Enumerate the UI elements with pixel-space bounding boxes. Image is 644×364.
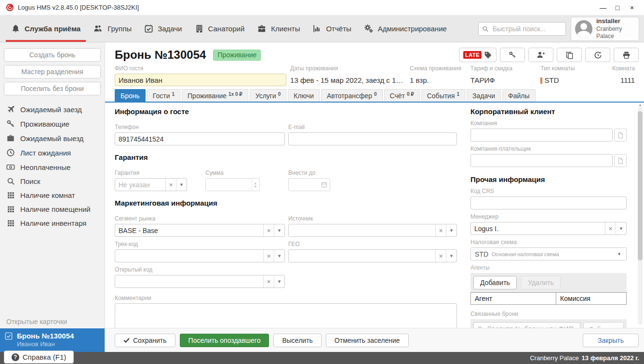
scrollbar-thumb[interactable] xyxy=(638,111,643,260)
sidebar-item-inventory-availability[interactable]: Наличие инвентаря xyxy=(0,216,105,230)
nav-item-tasks[interactable]: Задачи xyxy=(138,15,188,42)
nav-item-sanatorium[interactable]: Санаторий xyxy=(188,15,251,42)
tab-keys[interactable]: Ключи xyxy=(288,89,320,102)
nav-item-administration[interactable]: Администрирование xyxy=(358,15,453,42)
tab-events[interactable]: События1 xyxy=(421,89,465,102)
tariff-value[interactable]: ТАРИФ xyxy=(470,74,537,84)
tab-services[interactable]: Услуги0 xyxy=(250,89,287,102)
maximize-button[interactable]: □ xyxy=(610,2,625,13)
sidebar-item-room-availability[interactable]: Наличие комнат xyxy=(0,188,105,202)
tax-scheme-select[interactable]: STD Основная налоговая схема xyxy=(470,247,627,260)
late-tag-button[interactable]: LATE xyxy=(459,48,496,62)
clear-icon[interactable] xyxy=(165,179,176,191)
tab-booking[interactable]: Бронь xyxy=(115,89,146,102)
segment-combo[interactable] xyxy=(115,224,285,237)
chevron-down-icon[interactable] xyxy=(614,251,624,257)
chevron-down-icon[interactable] xyxy=(176,179,187,191)
chevron-down-icon[interactable] xyxy=(616,222,626,234)
payer-company-card-button[interactable] xyxy=(614,154,627,167)
open-code-label: Открытый код xyxy=(115,266,285,273)
source-combo[interactable] xyxy=(288,224,457,237)
agents-table-header: Агент Комиссия xyxy=(470,292,627,305)
nav-item-clients[interactable]: Клиенты xyxy=(251,15,306,42)
chevron-down-icon[interactable] xyxy=(446,250,456,262)
close-window-button[interactable]: × xyxy=(625,2,639,13)
company-input[interactable] xyxy=(470,129,613,142)
phone-input[interactable] xyxy=(115,132,285,145)
evict-button[interactable]: Выселить xyxy=(273,334,321,347)
split-wizard-button[interactable]: Мастер разделения xyxy=(4,65,101,78)
sidebar-item-waiting-list[interactable]: Лист ожидания xyxy=(0,145,105,160)
vertical-scrollbar[interactable] xyxy=(638,106,643,325)
check-square-icon xyxy=(5,332,13,340)
stay-scheme-value[interactable]: 1 взр. xyxy=(410,74,467,84)
guarantee-combo[interactable] xyxy=(115,178,187,191)
comments-textarea[interactable] xyxy=(115,303,457,328)
linked-booking-search[interactable] xyxy=(473,322,580,328)
save-button[interactable]: Сохранить xyxy=(115,334,175,347)
clear-icon[interactable] xyxy=(605,222,616,234)
chevron-down-icon[interactable] xyxy=(274,250,284,262)
clear-icon[interactable] xyxy=(263,224,274,236)
amount-stepper[interactable] xyxy=(205,178,260,191)
chevron-down-icon[interactable] xyxy=(274,275,284,287)
clear-icon[interactable] xyxy=(263,250,274,262)
sidebar-item-expected-arrival[interactable]: Ожидаемый заезд xyxy=(0,102,105,117)
add-guest-button[interactable] xyxy=(528,48,553,62)
clear-icon[interactable] xyxy=(263,275,274,287)
key-button[interactable] xyxy=(500,48,525,62)
open-card-booking[interactable]: Бронь №130054 Иванов Иван xyxy=(0,328,105,352)
calendar-icon[interactable] xyxy=(321,182,327,188)
create-booking-button[interactable]: Создать бронь xyxy=(4,48,101,62)
sidebar-item-expected-departure[interactable]: Ожидаемый выезд xyxy=(0,131,105,145)
room-value[interactable]: 1111 xyxy=(612,74,635,84)
nav-item-reception[interactable]: Служба приёма xyxy=(5,15,87,42)
agent-add-button[interactable]: Добавить xyxy=(473,276,517,289)
tab-tasks[interactable]: Задачи xyxy=(467,89,501,102)
quick-search[interactable] xyxy=(478,22,566,36)
copy-button[interactable] xyxy=(557,48,582,62)
clear-icon[interactable] xyxy=(435,250,446,262)
tab-files[interactable]: Файлы xyxy=(502,89,535,102)
chevron-down-icon[interactable] xyxy=(274,224,284,236)
quick-search-input[interactable] xyxy=(492,25,562,33)
sidebar: Создать бронь Мастер разделения Поселить… xyxy=(0,42,105,352)
cancel-checkin-button[interactable]: Отменить заселение xyxy=(326,334,409,347)
linked-booking-add-button[interactable]: Добавить xyxy=(583,322,624,328)
nav-item-reports[interactable]: Отчёты xyxy=(306,15,357,42)
checkin-without-booking-button[interactable]: Поселить без брони xyxy=(4,82,101,95)
sidebar-item-unpaid[interactable]: Неоплаченные xyxy=(0,160,105,174)
scroll-up-icon[interactable] xyxy=(638,103,643,106)
tab-transfer[interactable]: Автотрансфер0 xyxy=(321,89,383,102)
sidebar-item-search[interactable]: Поиск xyxy=(0,174,105,188)
guest-name-input[interactable] xyxy=(115,74,286,86)
nav-item-groups[interactable]: Группы xyxy=(87,15,138,42)
tab-invoice[interactable]: Счёт0 ₽ xyxy=(384,89,420,102)
sidebar-item-residents[interactable]: Проживающие xyxy=(0,117,105,131)
geo-combo[interactable] xyxy=(288,249,457,262)
history-button[interactable] xyxy=(585,48,610,62)
close-button[interactable]: Закрыть xyxy=(583,334,639,347)
crs-code-input[interactable] xyxy=(470,196,627,209)
sidebar-item-premises-availability[interactable]: Наличие помещений xyxy=(0,202,105,216)
agent-remove-button[interactable]: Удалить xyxy=(521,276,560,289)
settle-late-button[interactable]: Поселить опоздавшего xyxy=(180,334,269,347)
tab-guests[interactable]: Гости1 xyxy=(147,89,180,102)
help-button[interactable]: Справка (F1) xyxy=(4,351,74,364)
clear-icon[interactable] xyxy=(435,224,446,236)
tab-stay[interactable]: Проживание1х 0 ₽ xyxy=(182,89,248,102)
due-date-input[interactable] xyxy=(288,178,330,191)
room-type-value[interactable]: STD xyxy=(540,74,608,84)
open-code-combo[interactable] xyxy=(115,275,285,288)
print-button[interactable] xyxy=(614,48,639,62)
manager-combo[interactable] xyxy=(470,222,627,235)
user-card[interactable]: installer Cranberry Palace xyxy=(571,17,639,41)
email-input[interactable] xyxy=(288,132,457,145)
payer-company-input[interactable] xyxy=(470,154,613,167)
chevron-down-icon[interactable] xyxy=(446,224,456,236)
spinner-arrows-icon[interactable] xyxy=(251,179,259,191)
company-card-button[interactable] xyxy=(614,129,627,142)
track-code-combo[interactable] xyxy=(115,249,285,262)
minimize-button[interactable]: — xyxy=(596,2,610,13)
stay-dates-value[interactable]: 13 фев - 15 мар 2022, заезд с 14:00,... xyxy=(290,74,406,84)
